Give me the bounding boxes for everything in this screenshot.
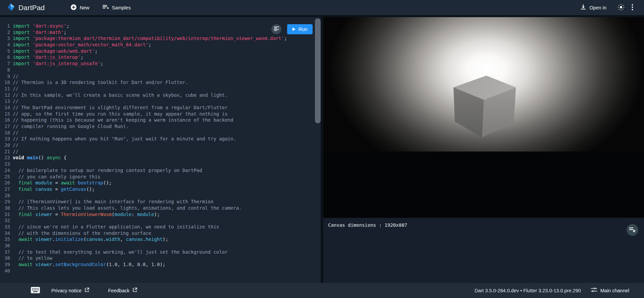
samples-button-label: Samples: [112, 5, 130, 10]
code-text: // boilerplate to setup our rendering co…: [13, 167, 202, 174]
code-text: import 'dart:js_interop_unsafe';: [13, 60, 103, 67]
code-text: final canvas = getCanvas();: [13, 186, 95, 193]
code-line[interactable]: 6import 'dart:js_interop';: [3, 54, 321, 60]
samples-button[interactable]: Samples: [103, 4, 130, 11]
sdk-version-info: Dart 3.5.0-284.0.dev • Flutter 3.23.0-13…: [475, 288, 581, 293]
clear-console-button[interactable]: [627, 224, 638, 236]
panel-splitter[interactable]: [321, 17, 323, 283]
line-number: 13: [3, 98, 10, 104]
code-line[interactable]: 24 // boilerplate to setup our rendering…: [3, 167, 321, 174]
code-text: //: [13, 98, 18, 104]
overflow-menu-button[interactable]: [627, 2, 638, 13]
code-line[interactable]: 21//: [3, 148, 321, 155]
code-line[interactable]: 26 final module = await bootstrap();: [3, 180, 321, 186]
code-line[interactable]: 8: [3, 67, 321, 73]
console-output: Canvas dimensions : 644x298: [328, 222, 407, 228]
editor-scrollbar-thumb[interactable]: [315, 18, 321, 123]
code-line[interactable]: 32: [3, 217, 321, 224]
keyboard-shortcuts-button[interactable]: [31, 287, 40, 294]
clear-console-icon: [629, 227, 636, 233]
code-line[interactable]: 17// compiler running on Google Cloud Ru…: [3, 123, 321, 130]
code-line[interactable]: 35 await viewer.initialize(canvas.width,…: [3, 236, 321, 243]
line-number: 18: [3, 130, 10, 136]
code-line[interactable]: 12// In this sample, we'll create a basi…: [3, 92, 321, 98]
brightness-toggle-button[interactable]: [615, 2, 627, 13]
line-number: 35: [3, 236, 10, 243]
open-in-button[interactable]: Open in: [580, 4, 606, 11]
line-number: 23: [3, 161, 10, 167]
code-text: // compiler running on Google Cloud Run)…: [13, 123, 129, 130]
code-text: final module = await bootstrap();: [13, 180, 112, 186]
line-number: 40: [3, 268, 10, 274]
code-line[interactable]: 19// If nothing happens when you hit "Ru…: [3, 136, 321, 142]
line-number: 17: [3, 123, 10, 130]
format-code-button[interactable]: [271, 24, 281, 34]
rendered-light-glow: [323, 17, 644, 152]
code-line[interactable]: 23: [3, 161, 321, 167]
code-line[interactable]: 4import 'package:vector_math/vector_math…: [3, 42, 321, 48]
code-editor-panel: 1import 'dart:async';2import 'dart:math'…: [0, 17, 321, 283]
feedback-link[interactable]: Feedback: [108, 288, 137, 293]
line-number: 11: [3, 86, 10, 92]
line-number: 24: [3, 167, 10, 174]
dart-logo-icon: [7, 3, 15, 13]
code-text: await viewer.setBackgroundColor(1.0, 1.0…: [13, 261, 165, 268]
render-canvas[interactable]: [323, 17, 644, 217]
download-icon: [580, 4, 586, 11]
code-line[interactable]: 40: [3, 268, 321, 274]
line-number: 7: [3, 60, 10, 67]
keyboard-icon: [31, 287, 40, 294]
external-link-icon: [85, 288, 89, 293]
code-line[interactable]: 37 // to test that everything is working…: [3, 249, 321, 255]
line-number: 21: [3, 148, 10, 155]
line-number: 34: [3, 230, 10, 237]
line-number: 19: [3, 136, 10, 142]
code-text: // In this sample, we'll create a basic …: [13, 92, 228, 98]
code-line[interactable]: 5import 'package:web/web.dart';: [3, 48, 321, 54]
channel-selector-button[interactable]: Main channel: [591, 287, 629, 294]
code-line[interactable]: 11//: [3, 86, 321, 92]
code-line[interactable]: 13//: [3, 98, 321, 104]
code-line[interactable]: 15// app, so the first time you run this…: [3, 111, 321, 117]
line-number: 15: [3, 111, 10, 117]
code-line[interactable]: 39 await viewer.setBackgroundColor(1.0, …: [3, 261, 321, 268]
code-line[interactable]: 16// happening (this is because we aren'…: [3, 117, 321, 123]
code-text: // to test that everything is working, w…: [13, 249, 228, 255]
line-number: 2: [3, 29, 10, 36]
code-text: import 'package:web/web.dart';: [13, 48, 98, 54]
code-line[interactable]: 20//: [3, 142, 321, 148]
code-line[interactable]: 30 // This class lets you load assets, l…: [3, 205, 321, 211]
line-number: 26: [3, 180, 10, 186]
code-line[interactable]: 36: [3, 243, 321, 249]
code-line[interactable]: 29 // [ThermionViewer] is the main inter…: [3, 199, 321, 205]
line-number: 30: [3, 205, 10, 211]
code-text: // happening (this is because we aren't …: [13, 117, 233, 123]
play-icon: [292, 28, 296, 31]
playlist-add-icon: [103, 4, 109, 11]
tune-icon: [591, 287, 597, 294]
line-number: 33: [3, 224, 10, 230]
code-line[interactable]: 3import 'package:thermion_dart/thermion_…: [3, 35, 321, 42]
code-line[interactable]: 33 // since we're not in a Flutter appli…: [3, 224, 321, 230]
line-number: 5: [3, 48, 10, 54]
code-line[interactable]: 28: [3, 193, 321, 199]
code-line[interactable]: 27 final canvas = getCanvas();: [3, 186, 321, 193]
code-line[interactable]: 18//: [3, 130, 321, 136]
line-number: 37: [3, 249, 10, 255]
run-button[interactable]: Run: [287, 24, 313, 34]
code-line[interactable]: 14// The DartPad environment is slightly…: [3, 104, 321, 111]
code-line[interactable]: 7import 'dart:js_interop_unsafe';: [3, 60, 321, 67]
code-line[interactable]: 10// Thermion is a 3D rendering toolkit …: [3, 79, 321, 86]
code-line[interactable]: 9//: [3, 73, 321, 80]
code-text: await viewer.initialize(canvas.width, ca…: [13, 236, 168, 243]
code-line[interactable]: 38 // to yellow: [3, 255, 321, 261]
line-number: 16: [3, 117, 10, 123]
code-editor[interactable]: 1import 'dart:async';2import 'dart:math'…: [0, 17, 321, 283]
privacy-notice-link[interactable]: Privacy notice: [51, 288, 89, 293]
new-button[interactable]: New: [71, 4, 89, 11]
code-line[interactable]: 22void main() async {: [3, 155, 321, 161]
code-line[interactable]: 34 // with the dimensions of the renderi…: [3, 230, 321, 237]
code-line[interactable]: 31 final viewer = ThermionViewerWasm(mod…: [3, 211, 321, 218]
code-line[interactable]: 25 // you can safely ignore this: [3, 174, 321, 180]
app-title: DartPad: [18, 4, 45, 12]
